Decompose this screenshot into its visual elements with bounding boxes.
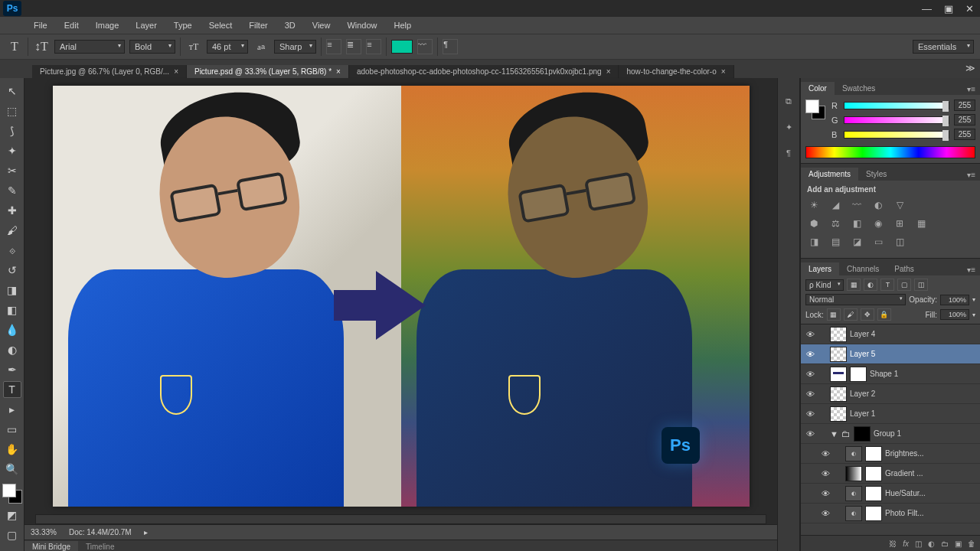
vibrance-icon[interactable]: ▽ xyxy=(893,198,906,212)
blend-mode-dropdown[interactable]: Normal xyxy=(805,294,906,305)
zoom-tool[interactable]: 🔍 xyxy=(3,461,21,478)
layer-row[interactable]: 👁Layer 5 xyxy=(801,344,980,364)
visibility-toggle[interactable]: 👁 xyxy=(804,370,816,379)
b-value[interactable]: 255 xyxy=(954,129,975,140)
visibility-toggle[interactable]: 👁 xyxy=(819,489,831,498)
character-panel-button[interactable]: ¶ xyxy=(443,39,458,54)
layer-row[interactable]: 👁◐Hue/Satur... xyxy=(801,484,980,504)
foreground-color[interactable] xyxy=(2,484,16,497)
layer-row[interactable]: 👁Shape 1 xyxy=(801,364,980,384)
layer-name-label[interactable]: Shape 1 xyxy=(870,370,898,378)
color-panel-menu[interactable]: ▾≡ xyxy=(962,83,980,95)
adjustment-thumb[interactable]: ◐ xyxy=(845,446,862,461)
posterize-icon[interactable]: ▤ xyxy=(828,235,842,249)
layer-name-label[interactable]: Layer 4 xyxy=(850,330,875,338)
menu-file[interactable]: File xyxy=(26,19,55,31)
crop-tool[interactable]: ✂ xyxy=(3,162,21,179)
align-left-button[interactable]: ≡ xyxy=(326,39,341,54)
font-style-dropdown[interactable]: Bold xyxy=(129,40,175,54)
lasso-tool[interactable]: ⟆ xyxy=(3,122,21,139)
new-layer-button[interactable]: ▣ xyxy=(955,540,962,548)
layer-filter-kind[interactable]: ρ Kind xyxy=(805,279,844,291)
menu-filter[interactable]: Filter xyxy=(241,19,275,31)
filter-smart-icon[interactable]: ◫ xyxy=(914,279,928,291)
exposure-icon[interactable]: ◐ xyxy=(871,198,885,212)
font-family-dropdown[interactable]: Arial xyxy=(54,40,125,54)
screen-mode-button[interactable]: ▢ xyxy=(3,527,21,543)
menu-window[interactable]: Window xyxy=(339,19,384,31)
shape-tool[interactable]: ▭ xyxy=(3,421,21,438)
new-adjustment-button[interactable]: ◐ xyxy=(928,540,935,548)
lock-pixels-icon[interactable]: 🖌 xyxy=(844,308,858,321)
layer-name-label[interactable]: Brightnes... xyxy=(885,449,924,458)
lock-position-icon[interactable]: ✥ xyxy=(861,308,874,321)
selective-color-icon[interactable]: ◫ xyxy=(893,235,906,249)
text-color-chip[interactable] xyxy=(391,40,413,54)
filter-pixel-icon[interactable]: ▦ xyxy=(847,279,861,291)
new-group-button[interactable]: 🗀 xyxy=(941,540,949,548)
close-tab-icon[interactable]: × xyxy=(174,67,178,76)
link-layers-button[interactable]: ⛓ xyxy=(889,540,897,548)
threshold-icon[interactable]: ◪ xyxy=(850,235,864,249)
menu-type[interactable]: Type xyxy=(166,19,200,31)
layer-thumb[interactable] xyxy=(830,386,847,402)
close-tab-icon[interactable]: × xyxy=(721,67,726,76)
layer-name-label[interactable]: Layer 2 xyxy=(850,390,875,398)
document-tab[interactable]: Picture.jpg @ 66.7% (Layer 0, RGB/...× xyxy=(32,65,187,78)
levels-icon[interactable]: ◢ xyxy=(828,198,842,212)
opacity-input[interactable]: 100% xyxy=(940,295,969,305)
menu-layer[interactable]: Layer xyxy=(128,19,165,31)
pen-tool[interactable]: ✒ xyxy=(3,361,21,378)
tab-paths[interactable]: Paths xyxy=(887,262,922,276)
status-arrow-icon[interactable]: ▸ xyxy=(144,528,148,536)
photo-filter-icon[interactable]: ◉ xyxy=(871,217,885,230)
doc-size[interactable]: Doc: 14.4M/20.7M xyxy=(69,528,132,536)
visibility-toggle[interactable]: 👁 xyxy=(804,390,816,399)
properties-panel-icon[interactable]: ✦ xyxy=(781,119,796,135)
layer-mask-thumb[interactable] xyxy=(865,486,882,501)
filter-type-icon[interactable]: T xyxy=(880,279,894,291)
dodge-tool[interactable]: ◐ xyxy=(3,341,21,358)
layer-thumb[interactable] xyxy=(830,347,847,362)
b-slider[interactable] xyxy=(844,131,949,139)
document-tab[interactable]: adobe-photoshop-cc-adobe-photoshop-cc-11… xyxy=(349,65,619,78)
tab-color[interactable]: Color xyxy=(801,82,835,95)
layer-thumb[interactable] xyxy=(830,367,847,382)
history-panel-icon[interactable]: ⧉ xyxy=(781,93,796,109)
visibility-toggle[interactable]: 👁 xyxy=(819,509,831,518)
spectrum-ramp[interactable] xyxy=(805,146,975,158)
menu-image[interactable]: Image xyxy=(88,19,127,31)
marquee-tool[interactable]: ⬚ xyxy=(3,103,21,119)
maximize-button[interactable]: ▣ xyxy=(941,3,956,15)
visibility-toggle[interactable]: 👁 xyxy=(819,469,831,478)
visibility-toggle[interactable]: 👁 xyxy=(804,330,816,339)
close-tab-icon[interactable]: × xyxy=(336,67,341,76)
close-button[interactable]: ✕ xyxy=(962,3,977,15)
document-tab[interactable]: how-to-change-the-color-o× xyxy=(619,65,733,78)
visibility-toggle[interactable]: 👁 xyxy=(804,350,816,359)
layer-name-label[interactable]: Layer 5 xyxy=(850,350,875,358)
bw-icon[interactable]: ◧ xyxy=(850,217,864,230)
layer-row[interactable]: 👁◐Brightnes... xyxy=(801,444,980,464)
g-slider[interactable] xyxy=(844,116,949,124)
filter-shape-icon[interactable]: ▢ xyxy=(897,279,911,291)
color-lookup-icon[interactable]: ▦ xyxy=(914,217,928,230)
workspace-switcher[interactable]: Essentials xyxy=(913,40,974,54)
group-toggle-icon[interactable]: ▼ xyxy=(830,429,838,439)
layer-row[interactable]: 👁Layer 2 xyxy=(801,384,980,404)
menu-view[interactable]: View xyxy=(305,19,338,31)
visibility-toggle[interactable]: 👁 xyxy=(804,409,816,419)
text-orientation-button[interactable]: ↕T xyxy=(33,38,50,55)
layer-row[interactable]: 👁Layer 4 xyxy=(801,324,980,344)
bottom-tab-timeline[interactable]: Timeline xyxy=(78,541,122,551)
lock-all-icon[interactable]: 🔒 xyxy=(877,308,891,321)
layers-panel-menu[interactable]: ▾≡ xyxy=(962,264,980,276)
hue-icon[interactable]: ⬢ xyxy=(807,217,821,230)
layer-row[interactable]: 👁Gradient ... xyxy=(801,464,980,484)
align-right-button[interactable]: ≡ xyxy=(366,39,381,54)
layer-name-label[interactable]: Layer 1 xyxy=(850,409,875,418)
layer-row[interactable]: 👁◐Photo Filt... xyxy=(801,504,980,523)
invert-icon[interactable]: ◨ xyxy=(807,235,821,249)
tab-swatches[interactable]: Swatches xyxy=(835,82,883,95)
history-brush-tool[interactable]: ↺ xyxy=(3,262,21,279)
